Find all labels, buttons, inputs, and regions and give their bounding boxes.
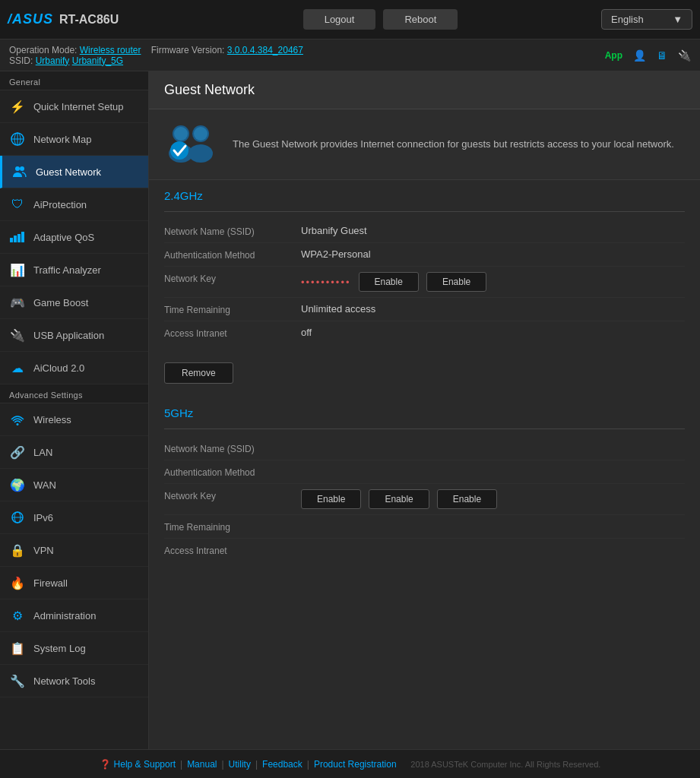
ssid-link-2[interactable]: Urbanify_5G [72,55,123,66]
enable-btn-5-1[interactable]: Enable [301,489,361,509]
monitor-icon[interactable]: 🖥 [657,49,667,62]
remove-button-24[interactable]: Remove [164,362,233,384]
svg-rect-9 [21,232,24,242]
enable-btn-24-1[interactable]: Enable [359,272,419,292]
sidebar-item-ipv6[interactable]: IPv6 [0,501,148,534]
asus-logo: /ASUS [8,11,53,27]
sidebar-item-aicloud[interactable]: ☁ AiCloud 2.0 [0,352,148,384]
copyright-text: 2018 ASUSTeK Computer Inc. All Rights Re… [410,760,600,769]
reboot-button[interactable]: Reboot [383,9,458,30]
content-area: Guest Network The Guest Network provides… [149,71,700,749]
sidebar-item-traffic-analyzer[interactable]: 📊 Traffic Analyzer [0,254,148,286]
sidebar-label-wan: WAN [33,479,56,491]
remove-row-24: Remove [149,352,700,397]
feedback-link[interactable]: Feedback [262,759,302,770]
help-support-link[interactable]: Help & Support [114,759,176,770]
sidebar-item-wan[interactable]: 🌍 WAN [0,469,148,501]
firmware-link[interactable]: 3.0.0.4.384_20467 [227,45,303,55]
band-5ghz-header: 5GHz [149,397,700,429]
network-tools-icon: 🔧 [9,672,26,689]
usb-icon[interactable]: 🔌 [678,49,691,62]
operation-mode-label: Operation Mode: [9,45,77,55]
sidebar-item-lan[interactable]: 🔗 LAN [0,436,148,469]
firewall-icon: 🔥 [9,574,26,591]
system-log-icon: 📋 [9,640,26,656]
svg-rect-8 [17,234,21,242]
aiprotection-icon: 🛡 [9,196,26,213]
row-key-5: Network Key Enable Enable Enable [164,484,685,515]
sidebar-item-vpn[interactable]: 🔒 VPN [0,534,148,567]
masked-key-24: •••••••••• [301,277,351,288]
page-description-block: The Guest Network provides Internet conn… [149,109,700,180]
svg-rect-6 [10,238,13,242]
footer-help: ❓ Help & Support [100,759,176,770]
sidebar-item-adaptive-qos[interactable]: Adaptive QoS [0,221,148,254]
statusbar-actions: App 👤 🖥 🔌 [605,49,691,62]
aicloud-icon: ☁ [9,359,26,376]
ssid-link-1[interactable]: Urbanify [36,55,70,66]
utility-link[interactable]: Utility [229,759,251,770]
value-auth-24: WPA2-Personal [301,248,685,260]
svg-point-10 [17,423,19,425]
adaptive-qos-icon [9,229,26,245]
sidebar-item-system-log[interactable]: 📋 System Log [0,632,148,665]
row-auth-24: Authentication Method WPA2-Personal [164,243,685,267]
operation-mode-link[interactable]: Wireless router [80,45,141,55]
band-5ghz-label: 5GHz [164,406,685,419]
administration-icon: ⚙ [9,607,26,624]
sidebar-label-usb-application: USB Application [33,330,104,341]
sidebar-item-firewall[interactable]: 🔥 Firewall [0,567,148,599]
sidebar-item-network-map[interactable]: Network Map [0,123,148,156]
sidebar-label-wireless: Wireless [33,414,71,425]
language-selector[interactable]: English ▼ [601,9,692,30]
svg-point-4 [15,166,20,171]
traffic-analyzer-icon: 📊 [9,261,26,278]
footer-sep3: | [255,759,258,770]
value-ssid-24: Urbanify Guest [301,225,685,236]
footer-sep4: | [307,759,309,770]
sidebar-item-wireless[interactable]: Wireless [0,403,148,436]
enable-btn-5-2[interactable]: Enable [369,489,429,509]
firmware-label: Firmware Version: [151,45,225,55]
manual-link[interactable]: Manual [187,759,217,770]
footer: ❓ Help & Support | Manual | Utility | Fe… [0,749,700,778]
footer-sep1: | [180,759,182,770]
value-time-24: Unlimited access [301,303,685,315]
label-ssid-5: Network Name (SSID) [164,442,301,454]
sidebar-item-guest-network[interactable]: Guest Network [0,156,148,188]
network-map-icon [9,131,26,147]
sidebar-label-quick-internet-setup: Quick Internet Setup [33,101,124,112]
ssid-label: SSID: [9,55,33,66]
user-icon[interactable]: 👤 [633,49,646,62]
language-label: English [611,14,644,25]
label-auth-24: Authentication Method [164,248,301,261]
sidebar-label-firewall: Firewall [33,577,68,589]
footer-sep2: | [221,759,223,770]
product-reg-link[interactable]: Product Registration [314,759,397,770]
statusbar: Operation Mode: Wireless router Firmware… [0,40,700,71]
sidebar-label-game-boost: Game Boost [33,297,88,308]
sidebar-item-usb-application[interactable]: 🔌 USB Application [0,319,148,352]
row-intranet-24: Access Intranet off [164,321,685,344]
sidebar: General ⚡ Quick Internet Setup Network M… [0,71,149,749]
statusbar-info: Operation Mode: Wireless router Firmware… [9,45,303,66]
sidebar-item-game-boost[interactable]: 🎮 Game Boost [0,286,148,319]
enable-btn-24-2[interactable]: Enable [426,272,486,292]
enable-btn-5-3[interactable]: Enable [437,489,497,509]
label-key-24: Network Key [164,272,301,284]
sidebar-item-administration[interactable]: ⚙ Administration [0,599,148,632]
help-icon: ❓ [100,759,111,770]
sidebar-item-aiprotection[interactable]: 🛡 AiProtection [0,188,148,221]
quick-internet-setup-icon: ⚡ [9,98,26,115]
logout-button[interactable]: Logout [303,9,376,30]
sidebar-item-quick-internet-setup[interactable]: ⚡ Quick Internet Setup [0,90,148,123]
usb-application-icon: 🔌 [9,327,26,343]
label-key-5: Network Key [164,489,301,501]
chevron-down-icon: ▼ [673,14,683,25]
app-label: App [605,50,622,61]
sidebar-label-lan: LAN [33,447,52,458]
row-time-5: Time Remaining [164,515,685,539]
value-key-5: Enable Enable Enable [301,489,685,509]
wan-icon: 🌍 [9,476,26,493]
sidebar-item-network-tools[interactable]: 🔧 Network Tools [0,665,148,697]
